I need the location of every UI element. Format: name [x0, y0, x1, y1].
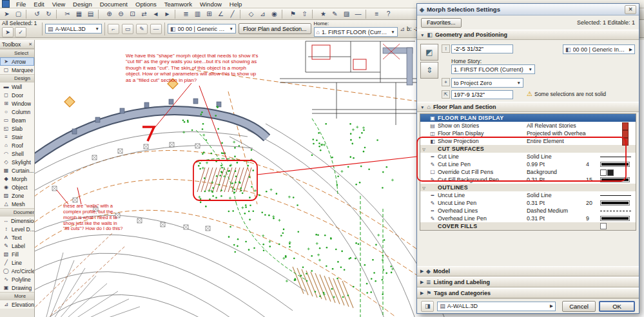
zoom-out-icon[interactable]: ⊖: [115, 9, 126, 19]
section-geometry-and-positioning[interactable]: ▼ ◧ Geometry and Positioning: [417, 30, 639, 40]
section-tool-icon[interactable]: ⊿: [257, 9, 268, 19]
menu-item-view[interactable]: View: [48, 1, 69, 8]
zoom-in-icon[interactable]: ⊕: [104, 9, 115, 19]
line-types-icon[interactable]: —: [353, 9, 364, 19]
menu-item-document[interactable]: Document: [96, 1, 132, 8]
cut-icon[interactable]: ✂: [62, 9, 73, 19]
row-floor-plan-display[interactable]: ▣ FLOOR PLAN DISPLAY: [420, 114, 636, 122]
row-pen-number[interactable]: 20: [586, 200, 599, 206]
toolbox-item-shell[interactable]: ◠ Shell: [0, 149, 34, 158]
row-cut-fill-background-pen[interactable]: ✎ Cut Fill Background Pen 0.31 Pt 15: [420, 176, 636, 184]
row-value[interactable]: 0.31 Pt: [527, 177, 586, 183]
row-value[interactable]: Entire Element: [527, 138, 586, 144]
gravity-icon[interactable]: ∠: [215, 9, 226, 19]
toolbox-item-drawing[interactable]: ▣ Drawing: [0, 283, 34, 292]
row-floor-plan-display-mode[interactable]: ◫ Floor Plan Display Projected with Over…: [420, 130, 636, 137]
close-icon[interactable]: ✕: [28, 42, 32, 47]
default-settings-icon[interactable]: ➤: [2, 27, 14, 37]
toolbox-item-line[interactable]: ╱ Line: [0, 258, 34, 267]
reference-value-input[interactable]: [451, 90, 513, 99]
toolbox-item-arc-circle[interactable]: ◯ Arc/Circle: [0, 267, 34, 275]
home-story-select[interactable]: 1. FIRST FLOOR (Current) ▼: [451, 64, 535, 74]
home-story-quick-select[interactable]: ⌂ 1. FIRST FLOOR (Current) ▼: [314, 27, 398, 37]
row-uncut-line-pen[interactable]: ✎ Uncut Line Pen 0.31 Pt 20: [420, 199, 636, 207]
row-value[interactable]: All Relevant Stories: [527, 122, 586, 129]
pick-up-parameters-icon[interactable]: ✓: [15, 27, 26, 37]
menu-item-window[interactable]: Window: [196, 1, 226, 8]
teamwork-icon[interactable]: ⚑: [288, 9, 298, 19]
row-override-cut-fill-pens[interactable]: ☐ Override Cut Fill Pens Background: [420, 168, 636, 176]
row-pen-number[interactable]: 15: [586, 177, 599, 183]
toolbox-item-door[interactable]: ◻ Door: [0, 91, 34, 99]
row-pen-number[interactable]: 4: [586, 161, 599, 168]
construction-method-icon[interactable]: ▭: [122, 24, 133, 34]
row-cut-line-pen[interactable]: ✎ Cut Line Pen 0.99 Pt 4: [420, 160, 636, 168]
toolbox-item-window[interactable]: ⊞ Window: [0, 99, 34, 108]
menu-item-edit[interactable]: Edit: [30, 1, 48, 8]
dialog-titlebar[interactable]: ◆ Morph Selection Settings ✕: [417, 4, 639, 15]
row-value[interactable]: Dashed Medium: [527, 207, 586, 214]
stories-icon[interactable]: ≣: [181, 9, 191, 19]
row-value[interactable]: Projected with Overhead: [527, 130, 586, 137]
grid-snap-icon[interactable]: ⊞: [204, 9, 215, 19]
geometry-method-icon[interactable]: ⌐: [108, 24, 119, 34]
row-value[interactable]: Solid Line: [527, 153, 586, 160]
next-view-icon[interactable]: ►: [162, 9, 173, 19]
cancel-button[interactable]: Cancel: [562, 301, 596, 312]
section-floor-plan-and-section[interactable]: ▼ ⌂ Floor Plan and Section: [417, 102, 639, 112]
close-icon[interactable]: ✕: [625, 5, 636, 14]
reference-level-select[interactable]: to Project Zero ▼: [451, 78, 523, 88]
toolbox-item-skylight[interactable]: ◇ Skylight: [0, 158, 34, 166]
pen-sets-icon[interactable]: ✎: [329, 9, 340, 19]
dialog-layer-select[interactable]: ▤ A-WALL.3D ▶: [437, 302, 556, 311]
toolbox-item-polyline[interactable]: ∿ Polyline: [0, 275, 34, 283]
paste-icon[interactable]: ▤: [85, 9, 96, 19]
row-value[interactable]: Solid Line: [527, 192, 586, 198]
ok-button[interactable]: OK: [599, 301, 635, 312]
layer-select[interactable]: ▤ A-WALL.3D ▼: [45, 24, 102, 34]
arrow-tool-icon[interactable]: ➤: [1, 9, 12, 19]
row-overhead-line-pen[interactable]: ✎ Overhead Line Pen 0.31 Pt 9: [420, 215, 636, 222]
morph-body-icon[interactable]: ◩: [420, 44, 438, 61]
quick-options-icon[interactable]: ◨: [421, 301, 434, 312]
floor-plan-and-section-button[interactable]: Floor Plan and Section...: [239, 23, 311, 34]
help-icon[interactable]: ?: [383, 9, 394, 19]
layers-icon[interactable]: ▥: [192, 9, 203, 19]
camera-icon[interactable]: ◉: [269, 9, 280, 19]
toolbox-item-column[interactable]: ○ Column: [0, 108, 34, 116]
toolbox-group-select[interactable]: Select: [0, 49, 34, 57]
section-tags-and-categories[interactable]: ▶ ⚑ Tags and Categories: [417, 288, 639, 298]
toolbox-item-level-dimension[interactable]: ↕ Level D...: [0, 225, 34, 233]
toolbox-item-beam[interactable]: ▭ Beam: [0, 116, 34, 124]
toolbox-item-mesh[interactable]: △ Mesh: [0, 200, 34, 208]
undo-icon[interactable]: ↺: [32, 9, 43, 19]
guide-lines-icon[interactable]: ╱: [227, 9, 238, 19]
toolbox-item-wall[interactable]: ▬ Wall: [0, 82, 34, 91]
building-material-select[interactable]: ◧ 00 00 | Generic Inte... ▼: [168, 24, 236, 34]
favorites-button[interactable]: Favorites...: [421, 18, 462, 28]
row-cut-line[interactable]: ━ Cut Line Solid Line: [420, 153, 636, 160]
toolbox-item-zone[interactable]: ▨ Zone: [0, 191, 34, 200]
pan-icon[interactable]: ⇄: [139, 9, 150, 19]
row-value[interactable]: 0.31 Pt: [527, 215, 586, 222]
redo-icon[interactable]: ↻: [43, 9, 54, 19]
section-model[interactable]: ▶ ◆ Model: [417, 266, 639, 276]
toolbox-titlebar[interactable]: Toolbox ✕: [0, 40, 34, 49]
row-outlines[interactable]: ▽ OUTLINES: [420, 184, 636, 191]
pen-color-icon[interactable]: ✎: [136, 24, 148, 34]
elevation-input[interactable]: [451, 44, 513, 53]
3d-window-icon[interactable]: ◇: [246, 9, 257, 19]
toolbox-group-document[interactable]: Document: [0, 208, 34, 216]
row-show-on-stories[interactable]: ▤ Show on Stories All Relevant Stories: [420, 122, 636, 130]
row-value[interactable]: 0.99 Pt: [527, 161, 586, 168]
row-overhead-lines[interactable]: ╍ Overhead Lines Dashed Medium: [420, 207, 636, 215]
line-type-icon[interactable]: —: [150, 24, 162, 34]
row-cut-surfaces[interactable]: ▽ CUT SURFACES: [420, 145, 636, 153]
toolbox-item-morph[interactable]: ◆ Morph: [0, 175, 34, 183]
toolbox-item-object[interactable]: ◉ Object: [0, 183, 34, 191]
row-show-projection[interactable]: ◧ Show Projection Entire Element: [420, 137, 636, 145]
toolbox-item-slab[interactable]: ◱ Slab: [0, 124, 34, 133]
toolbox-item-roof[interactable]: ⌂ Roof: [0, 141, 34, 149]
toolbox-item-fill[interactable]: ▧ Fill: [0, 250, 34, 258]
elevation-tool-icon[interactable]: ⇕: [420, 62, 438, 79]
